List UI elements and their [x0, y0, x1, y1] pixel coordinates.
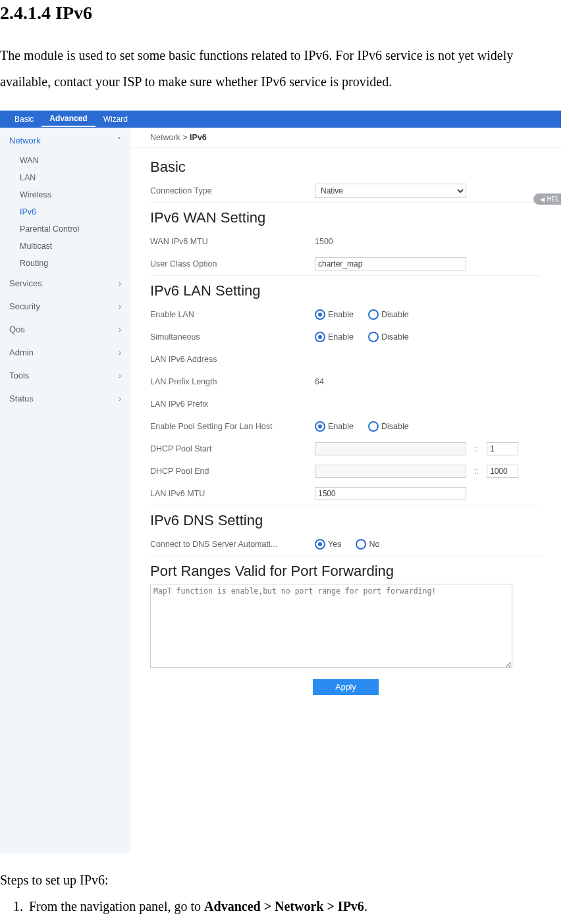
lan-prefix-len-value: 64: [315, 377, 541, 386]
steps-intro: Steps to set up IPv6:: [0, 873, 565, 888]
sidebar-sub-routing[interactable]: Routing: [0, 255, 130, 272]
radio-icon: [368, 309, 379, 320]
radio-icon: [315, 539, 325, 550]
sidebar-item-admin[interactable]: Admin ›: [0, 341, 130, 364]
chevron-down-icon: ˅: [117, 136, 121, 145]
sidebar-item-security[interactable]: Security ›: [0, 295, 130, 318]
lan-mtu-input[interactable]: [315, 487, 466, 500]
radio-icon: [368, 332, 379, 342]
tab-advanced[interactable]: Advanced: [41, 111, 95, 127]
sidebar-item-network[interactable]: Network ˅: [0, 129, 130, 152]
wan-mtu-label: WAN IPv6 MTU: [150, 237, 315, 246]
sidebar-label: Admin: [9, 347, 34, 357]
lan-mtu-label: LAN IPv6 MTU: [150, 489, 315, 498]
help-button[interactable]: ◀ HEL: [533, 193, 561, 205]
router-ui-screenshot: Basic Advanced Wizard Network ˅ WAN LAN …: [0, 111, 561, 853]
pool-start-label: DHCP Pool Start: [150, 444, 315, 453]
section-dns-title: IPv6 DNS Setting: [150, 512, 541, 529]
radio-icon: [315, 309, 325, 320]
lan-prefix-len-label: LAN Prefix Length: [150, 377, 315, 386]
enable-lan-radio-group: Enable Disable: [315, 309, 409, 320]
sidebar-item-services[interactable]: Services ›: [0, 272, 130, 295]
sidebar-item-qos[interactable]: Qos ›: [0, 318, 130, 341]
steps-list: From the navigation panel, go to Advance…: [0, 894, 565, 918]
chevron-right-icon: ›: [119, 302, 121, 311]
breadcrumb-current: IPv6: [190, 133, 207, 142]
sidebar-item-tools[interactable]: Tools ›: [0, 364, 130, 387]
portfwd-textarea[interactable]: MapT function is enable,but no port rang…: [150, 584, 512, 668]
breadcrumb: Network > IPv6: [130, 128, 561, 148]
section-wan-title: IPv6 WAN Setting: [150, 209, 541, 226]
enable-lan-enable[interactable]: Enable: [315, 309, 354, 320]
tab-wizard[interactable]: Wizard: [95, 112, 136, 126]
lan-addr-label: LAN IPv6 Address: [150, 355, 315, 364]
sidebar: Network ˅ WAN LAN Wireless IPv6 Parental…: [0, 128, 130, 853]
pool-end-prefix-input[interactable]: [315, 465, 466, 478]
intro-paragraph: The module is used to set some basic fun…: [0, 42, 565, 95]
sidebar-sub-wireless[interactable]: Wireless: [0, 186, 130, 203]
sidebar-item-status[interactable]: Status ›: [0, 387, 130, 410]
radio-icon: [315, 332, 325, 342]
tab-basic[interactable]: Basic: [7, 112, 41, 126]
wan-mtu-value: 1500: [315, 237, 541, 246]
content-panel: Network > IPv6 ◀ HEL Basic Connection Ty…: [130, 128, 561, 853]
pool-enable-label: Enable Pool Setting For Lan Host: [150, 422, 315, 431]
chevron-right-icon: ›: [119, 348, 121, 357]
sidebar-label: Status: [9, 394, 34, 403]
pool-enable-radio-group: Enable Disable: [315, 421, 409, 432]
simultaneous-disable[interactable]: Disable: [368, 332, 409, 342]
pool-enable-enable[interactable]: Enable: [315, 421, 354, 432]
sidebar-label: Qos: [9, 324, 25, 334]
connection-type-label: Connection Type: [150, 186, 315, 195]
radio-icon: [356, 539, 366, 550]
lan-prefix-label: LAN IPv6 Prefix: [150, 399, 315, 409]
enable-lan-label: Enable LAN: [150, 310, 315, 319]
user-class-label: User Class Option: [150, 259, 315, 269]
apply-button[interactable]: Apply: [313, 679, 378, 695]
radio-icon: [315, 421, 325, 432]
chevron-right-icon: ›: [119, 325, 121, 334]
separator: ::: [472, 467, 481, 476]
sidebar-sub-ipv6[interactable]: IPv6: [0, 203, 130, 220]
section-heading: 2.4.1.4 IPv6: [0, 3, 565, 24]
chevron-right-icon: ›: [119, 371, 121, 380]
dns-auto-radio-group: Yes No: [315, 539, 379, 550]
step-1: From the navigation panel, go to Advance…: [26, 894, 565, 918]
sidebar-label: Security: [9, 301, 40, 311]
radio-icon: [368, 421, 379, 432]
sidebar-label: Network: [9, 136, 41, 145]
simultaneous-enable[interactable]: Enable: [315, 332, 354, 342]
chevron-right-icon: ›: [119, 394, 121, 403]
chevron-right-icon: ›: [119, 279, 121, 288]
breadcrumb-prefix: Network >: [150, 133, 190, 142]
dns-auto-label: Connect to DNS Server Automati...: [150, 540, 315, 549]
sidebar-sub-multicast[interactable]: Multicast: [0, 238, 130, 255]
section-portfwd-title: Port Ranges Valid for Port Forwarding: [150, 563, 541, 580]
top-nav: Basic Advanced Wizard: [0, 111, 561, 128]
section-basic-title: Basic: [150, 159, 541, 176]
dns-auto-no[interactable]: No: [356, 539, 379, 550]
help-label: HEL: [547, 195, 560, 203]
pool-start-prefix-input[interactable]: [315, 442, 466, 455]
sidebar-sub-wan[interactable]: WAN: [0, 152, 130, 169]
sidebar-sub-parental[interactable]: Parental Control: [0, 220, 130, 238]
sidebar-sub-lan[interactable]: LAN: [0, 169, 130, 186]
simultaneous-radio-group: Enable Disable: [315, 332, 409, 342]
simultaneous-label: Simultaneous: [150, 332, 315, 342]
sidebar-label: Services: [9, 278, 42, 288]
enable-lan-disable[interactable]: Disable: [368, 309, 409, 320]
separator: ::: [472, 444, 481, 453]
arrow-left-icon: ◀: [540, 196, 545, 203]
user-class-input[interactable]: [315, 257, 466, 270]
section-lan-title: IPv6 LAN Setting: [150, 282, 541, 299]
pool-enable-disable[interactable]: Disable: [368, 421, 409, 432]
sidebar-label: Tools: [9, 371, 29, 380]
dns-auto-yes[interactable]: Yes: [315, 539, 341, 550]
pool-end-label: DHCP Pool End: [150, 467, 315, 476]
pool-start-suffix-input[interactable]: [487, 442, 518, 455]
pool-end-suffix-input[interactable]: [487, 465, 518, 478]
connection-type-select[interactable]: Native: [315, 184, 466, 198]
